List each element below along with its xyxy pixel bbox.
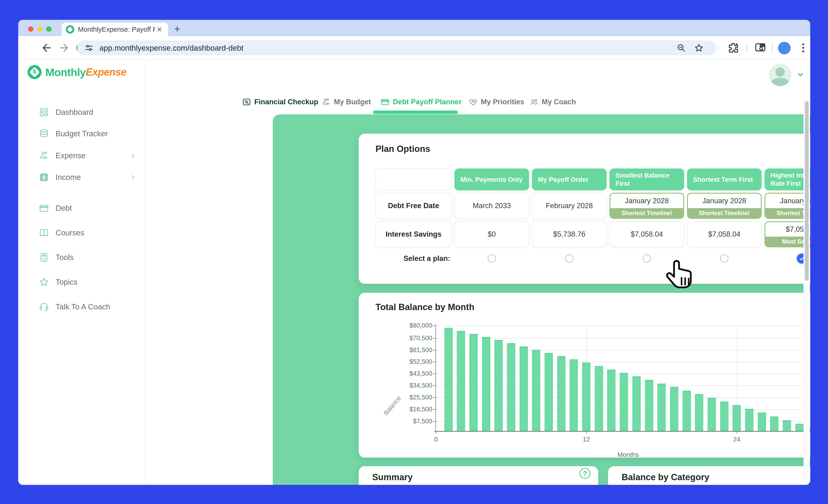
- chevron-right-icon: [130, 174, 136, 180]
- sidebar-item-talk-to-a-coach[interactable]: Talk To A Coach: [18, 300, 144, 314]
- payoff-icon: [381, 97, 389, 106]
- plan-radio-1[interactable]: [565, 254, 574, 263]
- window-zoom-button[interactable]: [46, 27, 52, 32]
- user-avatar[interactable]: [769, 64, 791, 86]
- svg-text:$: $: [42, 174, 45, 181]
- profile-avatar-button[interactable]: [778, 42, 791, 54]
- bar: [507, 343, 515, 431]
- back-icon[interactable]: [41, 42, 53, 54]
- budget-icon: [39, 129, 49, 139]
- sidebar-item-label: Courses: [55, 228, 84, 237]
- sidebar-item-label: Budget Tracker: [55, 129, 108, 138]
- gridline-h: [436, 350, 810, 351]
- sidebar-item-income[interactable]: $Income: [18, 170, 144, 185]
- radio-cell: [454, 250, 529, 267]
- sidebar-item-tools[interactable]: Tools: [18, 250, 144, 265]
- y-axis-line: [436, 324, 436, 431]
- plan-radio-2[interactable]: [643, 254, 651, 263]
- category-title: Balance by Category: [622, 472, 709, 482]
- active-tab-underline: [373, 110, 458, 114]
- side-panel-search-icon[interactable]: [754, 42, 767, 54]
- plan-table-corner-cell: [375, 169, 452, 190]
- bar: [570, 359, 578, 431]
- sidebar-item-courses[interactable]: Courses: [18, 225, 144, 240]
- window-close-button[interactable]: [28, 27, 33, 32]
- close-tab-icon[interactable]: ✕: [157, 26, 162, 34]
- tab-financial-checkup[interactable]: Financial Checkup: [242, 96, 318, 107]
- tab-my-priorities[interactable]: My Priorities: [469, 96, 524, 107]
- extensions-puzzle-icon[interactable]: [727, 42, 739, 54]
- sidebar-item-debt[interactable]: Debt: [18, 201, 144, 216]
- screen: { "browser": { "tab_title": "MonthlyExpe…: [0, 0, 828, 504]
- value-cell: $0: [454, 221, 529, 247]
- column-header-pill: My Payoff Order: [532, 169, 607, 190]
- summary-title: Summary: [372, 472, 413, 482]
- url-bar[interactable]: app.monthlyexpense.com/dashboard-debt: [77, 40, 716, 55]
- sidebar-item-label: Dashboard: [55, 108, 93, 117]
- radio-cell: [687, 250, 762, 267]
- sidebar: $ Monthly Expense DashboardBudget Tracke…: [18, 59, 145, 485]
- y-tick-label: $52,500: [386, 358, 432, 365]
- bar: [595, 366, 603, 431]
- bar: [770, 416, 779, 431]
- bar: [544, 353, 553, 431]
- tab-label: Financial Checkup: [254, 98, 318, 106]
- window-minimize-button[interactable]: [37, 27, 42, 32]
- chevron-down-icon[interactable]: [796, 71, 804, 79]
- bar: [494, 340, 503, 431]
- value-cell: February 2028: [532, 193, 607, 219]
- tab-label: My Priorities: [481, 98, 524, 106]
- x-axis-label: Months: [617, 451, 639, 458]
- row-label-cell: Debt Free Date: [375, 193, 452, 219]
- site-settings-tune-icon[interactable]: [84, 43, 94, 53]
- plan-table: Min. Payments OnlyMy Payoff OrderSmalles…: [375, 169, 810, 267]
- status-badge: Shortest Timeline!: [688, 208, 761, 218]
- radio-cell: [532, 250, 607, 267]
- new-tab-button[interactable]: +: [174, 23, 180, 35]
- courses-icon: [39, 228, 49, 238]
- logo-text-expense: Expense: [86, 66, 126, 78]
- tab-my-budget[interactable]: My Budget: [322, 96, 371, 107]
- tab-label: My Coach: [542, 98, 576, 106]
- x-tick-label: 12: [577, 436, 596, 443]
- tab-my-coach[interactable]: My Coach: [530, 96, 576, 107]
- y-tick-label: $61,500: [386, 347, 432, 354]
- gridline-h: [436, 325, 810, 326]
- scrollbar[interactable]: [803, 100, 810, 485]
- bar: [745, 409, 753, 431]
- priorities-icon: [469, 97, 478, 106]
- value-cell: $5,738.76: [532, 221, 607, 247]
- tab-label: My Budget: [334, 98, 371, 106]
- tab-title: MonthlyExpense: Payoff Plan: [78, 26, 155, 33]
- toolbar-divider: [772, 43, 773, 52]
- menu-dots-icon[interactable]: [797, 42, 809, 54]
- site-favicon-icon: [66, 25, 74, 34]
- bookmark-star-icon[interactable]: [694, 43, 704, 53]
- bar: [657, 383, 666, 431]
- plan-options-card: Plan Options ? Min. Payments OnlyMy Payo…: [359, 134, 810, 284]
- sidebar-item-label: Talk To A Coach: [55, 303, 110, 311]
- bar: [520, 347, 528, 431]
- forward-icon[interactable]: [58, 42, 70, 54]
- sidebar-item-expense[interactable]: Expense: [18, 148, 144, 163]
- plan-radio-3[interactable]: [720, 254, 729, 263]
- browser-tab[interactable]: MonthlyExpense: Payoff Plan ✕: [61, 22, 168, 36]
- sidebar-item-dashboard[interactable]: Dashboard: [18, 105, 144, 120]
- toolbar-divider: [746, 43, 747, 52]
- tab-debt-payoff-planner[interactable]: Debt Payoff Planner: [381, 96, 462, 107]
- browser-tab-strip: MonthlyExpense: Payoff Plan ✕ +: [18, 20, 810, 36]
- cell-value: January 2028: [688, 194, 761, 208]
- sidebar-item-budget-tracker[interactable]: Budget Tracker: [18, 126, 144, 141]
- bar: [482, 337, 490, 431]
- plan-radio-0[interactable]: [488, 254, 496, 263]
- sidebar-item-topics[interactable]: Topics: [18, 275, 144, 289]
- app-logo[interactable]: $ Monthly Expense: [28, 65, 126, 79]
- zoom-out-icon[interactable]: [676, 43, 686, 53]
- app-header: Financial CheckupMy BudgetDebt Payoff Pl…: [146, 59, 810, 114]
- balance-chart-card: Total Balance by Month Balance Months $8…: [359, 293, 810, 458]
- help-icon[interactable]: ?: [580, 468, 590, 479]
- scrollbar-thumb[interactable]: [805, 101, 809, 281]
- checkup-icon: [242, 97, 251, 106]
- bar: [795, 424, 804, 431]
- tools-icon: [39, 252, 49, 263]
